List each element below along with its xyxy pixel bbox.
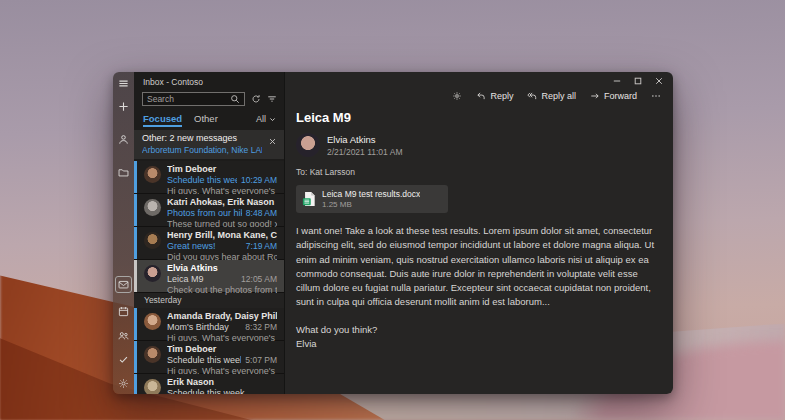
maximize-icon[interactable] <box>633 76 643 86</box>
email-list-item[interactable]: Henry Brill, Mona Kane, Cecil Folk Great… <box>134 227 284 260</box>
email-time: 7:19 AM <box>246 241 277 252</box>
search-icon[interactable] <box>230 94 240 104</box>
forward-icon <box>590 91 600 101</box>
avatar <box>144 199 161 216</box>
reading-pane: Reply Reply all Forward Leica M9 Elvia A… <box>284 72 673 394</box>
reply-all-icon <box>527 91 537 101</box>
email-subject: Mom's Birthday <box>167 322 241 333</box>
unread-indicator-bar <box>134 308 137 340</box>
avatar <box>144 166 161 183</box>
search-input[interactable] <box>147 94 227 104</box>
mail-app-window: Inbox - Contoso Focused Other All <box>113 72 673 394</box>
filter-all-dropdown[interactable]: All <box>256 114 276 127</box>
avatar <box>144 313 161 330</box>
unread-indicator-bar <box>134 194 137 226</box>
unread-indicator-bar <box>134 227 137 259</box>
message-recipients: To: Kat Larsson <box>285 157 673 177</box>
email-list-item[interactable]: Erik Nason Schedule this week <box>134 374 284 394</box>
more-ellipsis-icon[interactable] <box>651 91 661 101</box>
avatar <box>144 232 161 249</box>
body-paragraph: I want one! Take a look at these test re… <box>296 224 659 310</box>
reply-button[interactable]: Reply <box>476 91 513 101</box>
attachment-card[interactable]: Leica M9 test results.docx 1.25 MB <box>296 185 448 213</box>
settings-gear-icon[interactable] <box>118 378 129 389</box>
unread-indicator-bar <box>134 341 137 373</box>
folders-icon[interactable] <box>118 167 129 178</box>
sender-avatar <box>296 133 320 157</box>
email-subject: Schedule this week <box>167 388 273 394</box>
inbox-tabs: Focused Other All <box>134 107 284 127</box>
sender-name: Elvia Atkins <box>327 134 402 145</box>
filter-all-label: All <box>256 114 266 124</box>
reply-label: Reply <box>490 91 513 101</box>
reply-icon <box>476 91 486 101</box>
banner-subtitle: Arboretum Foundation, Nike LAB <box>142 145 262 156</box>
email-senders: Erik Nason <box>167 377 277 388</box>
window-controls <box>612 76 664 86</box>
people-icon[interactable] <box>118 330 129 341</box>
contacts-person-icon[interactable] <box>118 134 129 145</box>
tab-focused[interactable]: Focused <box>143 113 182 127</box>
sync-icon[interactable] <box>251 94 261 104</box>
search-box[interactable] <box>142 92 245 106</box>
email-list-item[interactable]: Tim Deboer Schedule this week 5:07 PM Hi… <box>134 341 284 374</box>
document-file-icon <box>302 191 316 207</box>
email-time: 5:07 PM <box>245 355 277 366</box>
body-signature: Elvia <box>296 337 659 351</box>
new-mail-icon[interactable] <box>118 101 129 112</box>
body-question: What do you think? <box>296 323 659 337</box>
chevron-down-icon <box>269 116 276 123</box>
email-senders: Elvia Atkins <box>167 263 277 274</box>
banner-close-icon[interactable] <box>269 138 276 145</box>
email-subject: Schedule this week <box>167 175 237 186</box>
email-senders: Tim Deboer <box>167 164 277 175</box>
message-body: I want one! Take a look at these test re… <box>285 213 673 351</box>
email-list-item[interactable]: Elvia Atkins Leica M9 12:05 AM Check out… <box>134 260 284 293</box>
unread-indicator-bar <box>134 260 137 292</box>
email-senders: Henry Brill, Mona Kane, Cecil Folk <box>167 230 277 241</box>
email-senders: Amanda Brady, Daisy Phillips <box>167 311 277 322</box>
email-list-item[interactable]: Tim Deboer Schedule this week 10:29 AM H… <box>134 161 284 194</box>
email-list: Tim Deboer Schedule this week 10:29 AM H… <box>134 161 284 394</box>
avatar <box>144 346 161 363</box>
window-title: Inbox - Contoso <box>134 72 284 91</box>
email-time: 10:29 AM <box>241 175 277 186</box>
other-messages-banner[interactable]: Other: 2 new messages Arboretum Foundati… <box>134 130 284 159</box>
message-sender-row: Elvia Atkins 2/21/2021 11:01 AM <box>285 125 673 157</box>
banner-title: Other: 2 new messages <box>142 133 262 145</box>
minimize-icon[interactable] <box>612 76 622 86</box>
hamburger-menu-icon[interactable] <box>118 78 129 89</box>
reply-all-button[interactable]: Reply all <box>527 91 576 101</box>
unread-indicator-bar <box>134 161 137 193</box>
tasks-check-icon[interactable] <box>118 354 129 365</box>
forward-label: Forward <box>604 91 637 101</box>
email-list-item[interactable]: Amanda Brady, Daisy Phillips Mom's Birth… <box>134 308 284 341</box>
gear-icon[interactable] <box>452 91 462 101</box>
email-preview: Check out the photos from this s <box>167 285 277 296</box>
email-subject: Great news! <box>167 241 242 252</box>
close-icon[interactable] <box>654 76 664 86</box>
app-sidebar <box>113 72 134 394</box>
email-time: 8:32 PM <box>245 322 277 333</box>
email-senders: Katri Ahokas, Erik Nason <box>167 197 277 208</box>
email-time: 8:48 AM <box>246 208 277 219</box>
sidebar-mail-active[interactable] <box>115 276 132 293</box>
tab-other[interactable]: Other <box>194 113 218 127</box>
email-list-item[interactable]: Katri Ahokas, Erik Nason Photos from our… <box>134 194 284 227</box>
calendar-icon[interactable] <box>118 306 129 317</box>
search-row <box>134 91 284 107</box>
message-subject: Leica M9 <box>285 103 673 125</box>
message-datetime: 2/21/2021 11:01 AM <box>327 147 402 157</box>
email-senders: Tim Deboer <box>167 344 277 355</box>
mail-list-pane: Inbox - Contoso Focused Other All <box>134 72 284 394</box>
filter-icon[interactable] <box>267 94 277 104</box>
unread-indicator-bar <box>134 374 137 394</box>
email-subject: Schedule this week <box>167 355 241 366</box>
email-subject: Photos from our hike on Maple <box>167 208 242 219</box>
attachment-filename: Leica M9 test results.docx <box>322 189 420 199</box>
forward-button[interactable]: Forward <box>590 91 637 101</box>
email-subject: Leica M9 <box>167 274 237 285</box>
reply-all-label: Reply all <box>541 91 576 101</box>
email-time: 12:05 AM <box>241 274 277 285</box>
mail-icon <box>118 279 129 290</box>
